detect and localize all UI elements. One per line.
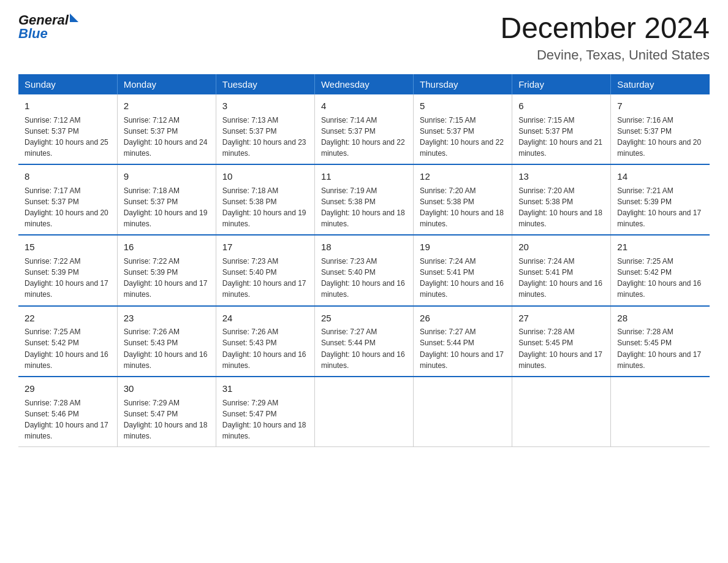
calendar-cell: 1Sunrise: 7:12 AMSunset: 5:37 PMDaylight…: [18, 94, 117, 164]
day-info: Sunrise: 7:20 AMSunset: 5:38 PMDaylight:…: [420, 186, 504, 228]
calendar-cell: 7Sunrise: 7:16 AMSunset: 5:37 PMDaylight…: [611, 94, 710, 164]
calendar-cell: [611, 377, 710, 447]
weekday-header-monday: Monday: [117, 74, 216, 94]
calendar-cell: 6Sunrise: 7:15 AMSunset: 5:37 PMDaylight…: [512, 94, 611, 164]
day-info: Sunrise: 7:27 AMSunset: 5:44 PMDaylight:…: [420, 327, 504, 369]
day-number: 30: [124, 382, 210, 396]
calendar-cell: 10Sunrise: 7:18 AMSunset: 5:38 PMDayligh…: [216, 164, 314, 235]
calendar-cell: 26Sunrise: 7:27 AMSunset: 5:44 PMDayligh…: [414, 306, 512, 377]
day-info: Sunrise: 7:29 AMSunset: 5:47 PMDaylight:…: [124, 399, 208, 440]
title-area: December 2024 Devine, Texas, United Stat…: [500, 12, 710, 63]
day-info: Sunrise: 7:24 AMSunset: 5:41 PMDaylight:…: [518, 257, 602, 299]
day-info: Sunrise: 7:23 AMSunset: 5:40 PMDaylight:…: [222, 257, 306, 299]
day-number: 9: [124, 170, 210, 183]
day-number: 10: [222, 170, 308, 183]
day-number: 6: [518, 99, 604, 113]
day-number: 16: [124, 240, 210, 254]
calendar-cell: 24Sunrise: 7:26 AMSunset: 5:43 PMDayligh…: [216, 306, 314, 377]
calendar-cell: 17Sunrise: 7:23 AMSunset: 5:40 PMDayligh…: [216, 235, 314, 305]
day-number: 27: [518, 312, 604, 325]
calendar-cell: 27Sunrise: 7:28 AMSunset: 5:45 PMDayligh…: [512, 306, 611, 377]
day-info: Sunrise: 7:18 AMSunset: 5:37 PMDaylight:…: [124, 186, 208, 228]
day-number: 29: [25, 382, 111, 396]
calendar-week-row: 8Sunrise: 7:17 AMSunset: 5:37 PMDaylight…: [18, 164, 710, 235]
day-number: 3: [222, 99, 308, 113]
calendar-cell: 29Sunrise: 7:28 AMSunset: 5:46 PMDayligh…: [18, 377, 117, 447]
day-number: 11: [321, 170, 407, 183]
day-number: 20: [518, 240, 604, 254]
day-info: Sunrise: 7:22 AMSunset: 5:39 PMDaylight:…: [124, 257, 208, 299]
weekday-header-thursday: Thursday: [414, 74, 512, 94]
calendar-cell: 22Sunrise: 7:25 AMSunset: 5:42 PMDayligh…: [18, 306, 117, 377]
day-info: Sunrise: 7:25 AMSunset: 5:42 PMDaylight:…: [617, 257, 701, 299]
day-number: 12: [420, 170, 506, 183]
calendar-cell: 19Sunrise: 7:24 AMSunset: 5:41 PMDayligh…: [414, 235, 512, 305]
weekday-header-wednesday: Wednesday: [314, 74, 413, 94]
calendar-subtitle: Devine, Texas, United States: [500, 47, 710, 63]
calendar-cell: 25Sunrise: 7:27 AMSunset: 5:44 PMDayligh…: [314, 306, 413, 377]
day-info: Sunrise: 7:21 AMSunset: 5:39 PMDaylight:…: [617, 186, 701, 228]
calendar-cell: 15Sunrise: 7:22 AMSunset: 5:39 PMDayligh…: [18, 235, 117, 305]
calendar-cell: 16Sunrise: 7:22 AMSunset: 5:39 PMDayligh…: [117, 235, 216, 305]
calendar-cell: 9Sunrise: 7:18 AMSunset: 5:37 PMDaylight…: [117, 164, 216, 235]
day-number: 14: [617, 170, 703, 183]
calendar-cell: 5Sunrise: 7:15 AMSunset: 5:37 PMDaylight…: [414, 94, 512, 164]
calendar-cell: 3Sunrise: 7:13 AMSunset: 5:37 PMDaylight…: [216, 94, 314, 164]
day-info: Sunrise: 7:14 AMSunset: 5:37 PMDaylight:…: [321, 116, 405, 158]
weekday-header-row: SundayMondayTuesdayWednesdayThursdayFrid…: [18, 74, 710, 94]
header: General Blue December 2024 Devine, Texas…: [18, 12, 710, 63]
day-number: 4: [321, 99, 407, 113]
day-number: 23: [124, 312, 210, 325]
weekday-header-tuesday: Tuesday: [216, 74, 314, 94]
day-info: Sunrise: 7:15 AMSunset: 5:37 PMDaylight:…: [518, 116, 602, 158]
calendar-cell: [314, 377, 413, 447]
calendar-cell: 20Sunrise: 7:24 AMSunset: 5:41 PMDayligh…: [512, 235, 611, 305]
day-info: Sunrise: 7:22 AMSunset: 5:39 PMDaylight:…: [25, 257, 108, 299]
day-info: Sunrise: 7:28 AMSunset: 5:46 PMDaylight:…: [25, 399, 108, 440]
weekday-header-sunday: Sunday: [18, 74, 117, 94]
calendar-cell: 14Sunrise: 7:21 AMSunset: 5:39 PMDayligh…: [611, 164, 710, 235]
day-info: Sunrise: 7:28 AMSunset: 5:45 PMDaylight:…: [617, 327, 701, 369]
calendar-week-row: 15Sunrise: 7:22 AMSunset: 5:39 PMDayligh…: [18, 235, 710, 305]
calendar-week-row: 29Sunrise: 7:28 AMSunset: 5:46 PMDayligh…: [18, 377, 710, 447]
day-info: Sunrise: 7:28 AMSunset: 5:45 PMDaylight:…: [518, 327, 602, 369]
calendar-cell: [414, 377, 512, 447]
day-number: 21: [617, 240, 703, 254]
calendar-table: SundayMondayTuesdayWednesdayThursdayFrid…: [18, 74, 710, 447]
calendar-cell: 2Sunrise: 7:12 AMSunset: 5:37 PMDaylight…: [117, 94, 216, 164]
day-number: 5: [420, 99, 506, 113]
calendar-cell: 31Sunrise: 7:29 AMSunset: 5:47 PMDayligh…: [216, 377, 314, 447]
calendar-cell: 12Sunrise: 7:20 AMSunset: 5:38 PMDayligh…: [414, 164, 512, 235]
day-info: Sunrise: 7:24 AMSunset: 5:41 PMDaylight:…: [420, 257, 504, 299]
logo-arrow-icon: [70, 13, 78, 22]
day-info: Sunrise: 7:16 AMSunset: 5:37 PMDaylight:…: [617, 116, 701, 158]
logo-blue-text: Blue: [18, 26, 48, 42]
weekday-header-saturday: Saturday: [611, 74, 710, 94]
day-number: 28: [617, 312, 703, 325]
day-info: Sunrise: 7:12 AMSunset: 5:37 PMDaylight:…: [25, 116, 108, 158]
calendar-cell: 21Sunrise: 7:25 AMSunset: 5:42 PMDayligh…: [611, 235, 710, 305]
day-info: Sunrise: 7:29 AMSunset: 5:47 PMDaylight:…: [222, 399, 306, 440]
day-info: Sunrise: 7:18 AMSunset: 5:38 PMDaylight:…: [222, 186, 306, 228]
day-info: Sunrise: 7:26 AMSunset: 5:43 PMDaylight:…: [222, 327, 306, 369]
day-info: Sunrise: 7:12 AMSunset: 5:37 PMDaylight:…: [124, 116, 208, 158]
day-number: 26: [420, 312, 506, 325]
calendar-cell: 23Sunrise: 7:26 AMSunset: 5:43 PMDayligh…: [117, 306, 216, 377]
logo: General Blue: [18, 12, 78, 42]
day-number: 25: [321, 312, 407, 325]
day-number: 17: [222, 240, 308, 254]
calendar-cell: 8Sunrise: 7:17 AMSunset: 5:37 PMDaylight…: [18, 164, 117, 235]
calendar-cell: 30Sunrise: 7:29 AMSunset: 5:47 PMDayligh…: [117, 377, 216, 447]
day-number: 13: [518, 170, 604, 183]
day-info: Sunrise: 7:23 AMSunset: 5:40 PMDaylight:…: [321, 257, 405, 299]
day-number: 15: [25, 240, 111, 254]
calendar-cell: 4Sunrise: 7:14 AMSunset: 5:37 PMDaylight…: [314, 94, 413, 164]
day-info: Sunrise: 7:26 AMSunset: 5:43 PMDaylight:…: [124, 327, 208, 369]
day-number: 18: [321, 240, 407, 254]
day-number: 22: [25, 312, 111, 325]
calendar-title: December 2024: [500, 12, 710, 45]
calendar-cell: 11Sunrise: 7:19 AMSunset: 5:38 PMDayligh…: [314, 164, 413, 235]
day-number: 2: [124, 99, 210, 113]
calendar-cell: 28Sunrise: 7:28 AMSunset: 5:45 PMDayligh…: [611, 306, 710, 377]
calendar-cell: 18Sunrise: 7:23 AMSunset: 5:40 PMDayligh…: [314, 235, 413, 305]
